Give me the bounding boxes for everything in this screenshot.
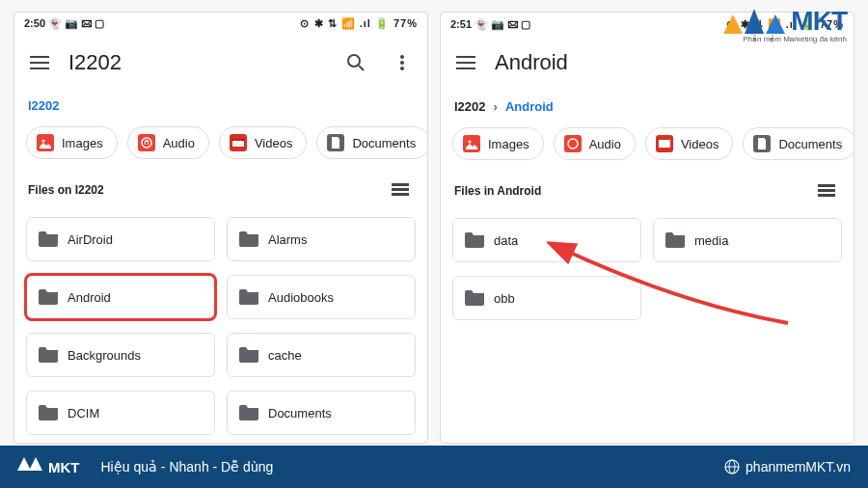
folder-label: DCIM — [68, 406, 99, 420]
svg-rect-16 — [392, 183, 409, 186]
folder-icon — [239, 231, 258, 247]
svg-rect-19 — [456, 56, 475, 58]
folder-label: Android — [68, 290, 111, 305]
folder-backgrounds[interactable]: Backgrounds — [26, 333, 215, 377]
brand-name: MKT — [791, 6, 847, 37]
folder-dcim[interactable]: DCIM — [26, 391, 215, 435]
chip-videos[interactable]: Videos — [645, 127, 734, 160]
folder-alarms[interactable]: Alarms — [227, 217, 416, 261]
section-label: Files in Android — [454, 184, 541, 198]
svg-rect-25 — [818, 184, 835, 187]
chip-label: Videos — [255, 136, 293, 150]
svg-point-7 — [400, 67, 404, 70]
chevron-right-icon: › — [494, 99, 498, 114]
folder-label: AirDroid — [68, 232, 113, 247]
view-toggle-icon[interactable] — [387, 176, 414, 203]
svg-point-5 — [400, 55, 404, 59]
page-title: Android — [495, 50, 846, 75]
folder-icon — [239, 347, 258, 363]
folder-icon — [465, 232, 484, 248]
svg-point-22 — [469, 141, 472, 144]
svg-rect-27 — [818, 194, 835, 197]
status-app-icons: 👻 📷 🖂 ▢ — [48, 17, 104, 29]
svg-point-14 — [236, 140, 237, 141]
chip-documents[interactable]: Documents — [743, 127, 854, 160]
chip-label: Documents — [778, 137, 842, 151]
folder-label: media — [694, 233, 728, 248]
chip-videos[interactable]: Videos — [219, 126, 308, 159]
folder-cache[interactable]: cache — [227, 333, 416, 377]
svg-rect-18 — [392, 193, 409, 196]
page-title: I2202 — [68, 50, 327, 75]
chip-label: Images — [488, 137, 529, 151]
svg-point-6 — [400, 61, 404, 65]
folder-audiobooks[interactable]: Audiobooks — [227, 275, 416, 319]
folder-media[interactable]: media — [653, 218, 842, 262]
svg-rect-2 — [30, 68, 49, 69]
chip-documents[interactable]: Documents — [316, 126, 427, 159]
folder-icon — [665, 232, 685, 248]
svg-line-4 — [359, 66, 364, 70]
svg-rect-21 — [456, 68, 475, 69]
footer-logo: MKT — [17, 457, 80, 476]
chip-label: Audio — [589, 137, 621, 151]
svg-rect-20 — [456, 62, 475, 64]
footer-site[interactable]: phanmemMKT.vn — [724, 459, 851, 474]
breadcrumb-root[interactable]: I2202 — [454, 99, 486, 114]
svg-point-3 — [348, 55, 360, 67]
footer-logo-text: MKT — [48, 459, 80, 475]
folder-label: Backgrounds — [68, 348, 141, 363]
svg-rect-1 — [30, 62, 49, 64]
chip-audio[interactable]: Audio — [127, 126, 209, 159]
chip-label: Images — [62, 136, 103, 150]
svg-point-15 — [239, 140, 240, 141]
menu-icon[interactable] — [22, 45, 57, 80]
folder-documents[interactable]: Documents — [227, 391, 416, 435]
folder-icon — [239, 405, 258, 420]
status-app-icons: 👻 📷 🖂 ▢ — [475, 18, 530, 30]
folder-icon — [39, 347, 58, 363]
view-toggle-icon[interactable] — [813, 177, 840, 204]
folder-icon — [39, 405, 58, 420]
chip-images[interactable]: Images — [26, 126, 118, 159]
svg-rect-24 — [659, 140, 670, 148]
chip-label: Audio — [163, 136, 195, 150]
right-phone-frame: 2:51 👻 📷 🖂 ▢ ⊙ ✱ ⇅ 📶 .ıl 🔋 77% Android I… — [440, 12, 854, 444]
brand-subtitle: Phần mềm Marketing đa kênh — [743, 35, 847, 43]
overflow-menu-icon[interactable] — [385, 45, 420, 80]
section-label: Files on I2202 — [28, 183, 104, 197]
folder-airdroid[interactable]: AirDroid — [26, 217, 215, 261]
folder-icon — [39, 289, 58, 305]
status-bar: 2:50 👻 📷 🖂 ▢ ⊙ ✱ ⇅ 📶 .ıl 🔋 77% — [14, 13, 427, 36]
folder-label: Audiobooks — [268, 290, 334, 305]
folder-android[interactable]: Android — [26, 275, 215, 319]
folder-label: data — [494, 233, 518, 248]
footer-tagline: Hiệu quả - Nhanh - Dễ dùng — [101, 459, 725, 474]
left-phone-frame: 2:50 👻 📷 🖂 ▢ ⊙ ✱ ⇅ 📶 .ıl 🔋 77% I2202 I22… — [14, 12, 428, 444]
status-time: 2:51 — [450, 18, 472, 30]
svg-point-10 — [142, 138, 151, 148]
chip-label: Documents — [352, 136, 416, 150]
breadcrumb-root[interactable]: I2202 — [28, 98, 60, 113]
footer-bar: MKT Hiệu quả - Nhanh - Dễ dùng phanmemMK… — [0, 446, 868, 488]
svg-rect-0 — [30, 56, 49, 58]
svg-point-23 — [568, 139, 578, 149]
search-icon[interactable] — [339, 45, 373, 80]
chip-images[interactable]: Images — [452, 127, 544, 160]
chip-audio[interactable]: Audio — [554, 127, 636, 160]
folder-data[interactable]: data — [452, 218, 641, 262]
folder-label: obb — [494, 291, 515, 306]
globe-icon — [724, 459, 740, 474]
menu-icon[interactable] — [448, 45, 483, 80]
folder-label: Documents — [268, 406, 332, 420]
brand-watermark: MKT Phần mềm Marketing đa kênh — [723, 6, 847, 37]
status-time: 2:50 — [24, 17, 45, 29]
svg-rect-17 — [392, 188, 409, 191]
breadcrumb-current: Android — [505, 99, 554, 114]
svg-point-9 — [42, 140, 45, 143]
folder-icon — [39, 231, 58, 247]
footer-site-url: phanmemMKT.vn — [746, 459, 851, 474]
svg-rect-26 — [818, 189, 835, 192]
folder-label: cache — [268, 348, 302, 363]
folder-obb[interactable]: obb — [452, 276, 641, 320]
